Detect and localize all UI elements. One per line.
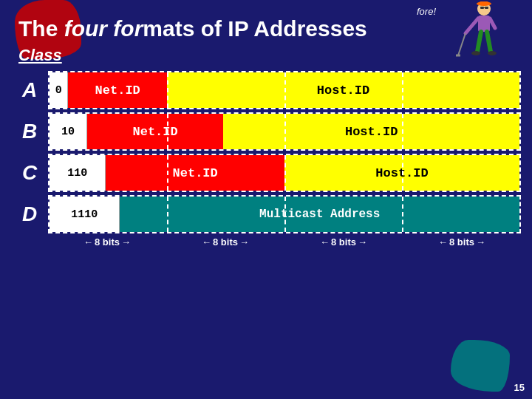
class-c-row: C 110 Net.ID Host.ID [11,154,521,192]
bit-label-3: 8 bits [403,236,521,248]
class-a-bars: 0 Net.ID Host.ID [48,71,521,109]
italic-text: four for [64,16,143,41]
main-content: fore! The four formats of IP Addresses C… [0,0,532,399]
class-b-row: B 10 Net.ID Host.ID [11,112,521,151]
class-a-netid: Net.ID [68,72,167,108]
ip-table-wrapper: A 0 Net.ID Host.ID B 10 Net.ID Host.ID C [11,71,521,248]
class-d-prefix: 1110 [50,197,120,232]
class-a-letter: A [11,71,48,109]
vline75-c [402,155,403,191]
class-header-label: Class [18,46,521,65]
bit-label-1: 8 bits [166,236,284,248]
bit-labels-row: 8 bits 8 bits 8 bits 8 bits [48,236,521,248]
class-b-netid: Net.ID [87,114,223,149]
class-a-row: A 0 Net.ID Host.ID [11,71,521,109]
class-b-letter: B [11,112,48,151]
class-c-bars: 110 Net.ID Host.ID [48,154,521,192]
page-title: The four formats of IP Addresses [18,16,521,41]
page-number: 15 [514,382,525,393]
vline75-a [402,72,403,108]
class-b-hostid: Host.ID [223,114,519,149]
class-c-letter: C [11,154,48,192]
class-d-bars: 1110 Multicast Address [48,195,521,233]
class-d-letter: D [11,195,48,233]
class-b-bars: 10 Net.ID Host.ID [48,112,521,151]
class-c-prefix: 110 [50,155,106,191]
bit-label-2: 8 bits [284,236,403,248]
class-a-hostid: Host.ID [167,72,519,108]
vline75-d [402,197,403,232]
class-b-prefix: 10 [50,114,87,149]
class-c-netid: Net.ID [106,155,284,191]
class-a-prefix: 0 [50,72,68,108]
vline75-b [402,114,403,149]
class-d-multicast: Multicast Address [120,197,519,232]
site-label: fore! [417,6,436,17]
bit-label-0: 8 bits [48,236,166,248]
class-d-row: D 1110 Multicast Address [11,195,521,233]
